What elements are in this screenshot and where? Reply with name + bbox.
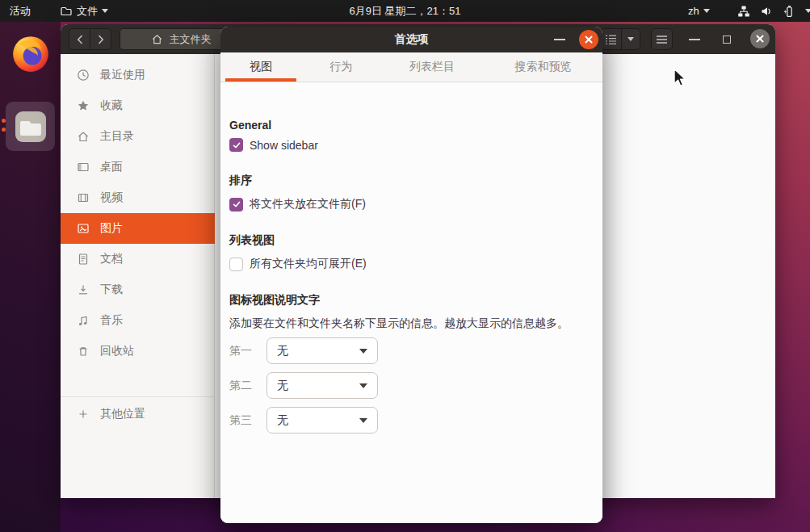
firefox-icon: [10, 34, 51, 74]
files-icon: [11, 107, 50, 146]
view-options-dropdown-button[interactable]: [621, 28, 640, 50]
window-maximize-button[interactable]: [719, 28, 735, 50]
sidebar-item-recent[interactable]: 最近使用: [61, 60, 215, 90]
home-icon: [151, 33, 163, 45]
sidebar-item-label: 文档: [100, 252, 123, 266]
list-view-icon: [606, 35, 616, 44]
hamburger-menu-button[interactable]: [651, 28, 673, 50]
dialog-tab-bar: 视图 行为 列表栏目 搜索和预览: [220, 52, 602, 82]
sidebar-item-home[interactable]: 主目录: [61, 121, 215, 152]
preferences-dialog: 首选项 视图 行为 列表栏目 搜索和预览 General Show sideba…: [220, 27, 602, 523]
battery-charging-icon: [783, 5, 795, 18]
caption-row-label: 第三: [229, 413, 257, 428]
window-indicator-dot: [2, 128, 6, 132]
tab-behavior[interactable]: 行为: [301, 52, 380, 82]
checkbox-label: 将文件夹放在文件前(F): [250, 197, 366, 212]
sidebar-item-pictures[interactable]: 图片: [61, 213, 215, 244]
caption-row-label: 第二: [229, 379, 257, 393]
sidebar-separator: [61, 396, 214, 397]
section-title-list-view: 列表视图: [229, 233, 275, 248]
sidebar-item-label: 图片: [100, 221, 123, 236]
dropdown-value: 无: [277, 413, 359, 428]
checkbox-row-folders-first[interactable]: 将文件夹放在文件前(F): [229, 197, 366, 212]
path-segment-label: 主文件夹: [170, 32, 212, 47]
dock-item-files[interactable]: [6, 102, 55, 151]
app-menu-label: 文件: [77, 4, 98, 19]
checkbox-row-expandable-folders[interactable]: 所有文件夹均可展开(E): [229, 257, 367, 271]
top-bar: 活动 文件 6月9日 星期二，21：51 zh: [0, 0, 810, 22]
mouse-cursor: [673, 68, 689, 92]
window-close-button[interactable]: [750, 29, 770, 48]
sidebar-item-music[interactable]: 音乐: [61, 305, 215, 336]
clock[interactable]: 6月9日 星期二，21：51: [350, 4, 461, 19]
volume-icon: [760, 5, 773, 18]
maximize-icon: [723, 36, 731, 44]
music-icon: [77, 314, 90, 327]
caption-row-second: 第二 无: [229, 372, 378, 399]
checkbox-label: Show sidebar: [250, 139, 318, 152]
caption-third-dropdown[interactable]: 无: [267, 407, 378, 434]
close-icon: [755, 34, 765, 44]
sidebar-item-desktop[interactable]: 桌面: [61, 152, 215, 182]
checkbox-checked-icon[interactable]: [229, 198, 243, 212]
icon-captions-description: 添加要在文件和文件夹名称下显示的信息。越放大显示的信息越多。: [229, 316, 569, 331]
sidebar-item-downloads[interactable]: 下载: [61, 274, 215, 305]
sidebar-item-other-locations[interactable]: 其他位置: [61, 399, 215, 429]
dock: [0, 22, 61, 532]
caption-first-dropdown[interactable]: 无: [267, 337, 378, 364]
dialog-minimize-button[interactable]: [554, 39, 565, 40]
star-icon: [77, 99, 90, 112]
sidebar-item-starred[interactable]: 收藏: [61, 90, 215, 121]
checkbox-row-show-sidebar[interactable]: Show sidebar: [229, 138, 318, 152]
back-button[interactable]: [69, 28, 90, 50]
plus-icon: [77, 408, 90, 421]
checkbox-unchecked-icon[interactable]: [229, 258, 243, 271]
keyboard-layout-label: zh: [688, 5, 699, 17]
videos-icon: [77, 191, 90, 204]
tab-list-columns[interactable]: 列表栏目: [380, 52, 484, 82]
caption-row-first: 第一 无: [229, 337, 378, 364]
tab-search-preview[interactable]: 搜索和预览: [484, 52, 602, 82]
window-minimize-button[interactable]: [686, 28, 703, 50]
hamburger-icon: [657, 36, 667, 44]
dialog-close-button[interactable]: [579, 30, 598, 49]
sidebar-item-label: 视频: [100, 191, 123, 205]
network-icon: [737, 5, 750, 18]
dialog-title: 首选项: [220, 27, 602, 52]
sidebar-item-label: 音乐: [100, 313, 123, 328]
home-icon: [77, 130, 90, 143]
checkbox-label: 所有文件夹均可展开(E): [250, 257, 367, 271]
pictures-icon: [77, 222, 90, 235]
caption-second-dropdown[interactable]: 无: [267, 372, 378, 399]
tab-views[interactable]: 视图: [220, 52, 301, 82]
dropdown-value: 无: [277, 379, 359, 393]
keyboard-layout-button[interactable]: zh: [688, 0, 710, 22]
checkbox-checked-icon[interactable]: [229, 138, 243, 152]
sidebar-item-videos[interactable]: 视频: [61, 182, 215, 213]
chevron-down-icon: [359, 383, 367, 388]
chevron-down-icon: [703, 9, 710, 13]
dialog-content: General Show sidebar 排序 将文件夹放在文件前(F) 列表视…: [220, 82, 602, 523]
sidebar-item-documents[interactable]: 文档: [61, 244, 215, 274]
view-mode-button[interactable]: [600, 28, 622, 50]
app-menu[interactable]: 文件: [60, 0, 108, 22]
forward-button[interactable]: [90, 28, 111, 50]
system-status-area[interactable]: [737, 0, 810, 22]
dialog-title-bar: 首选项: [220, 27, 602, 53]
sidebar-item-label: 最近使用: [100, 68, 145, 82]
sidebar: 最近使用 收藏 主目录 桌面 视频 图片 文档 下载: [61, 54, 215, 498]
chevron-down-icon: [102, 9, 108, 13]
section-title-general: General: [229, 119, 271, 132]
chevron-left-icon: [77, 35, 83, 44]
chevron-down-icon: [627, 37, 634, 41]
sidebar-item-trash[interactable]: 回收站: [61, 336, 215, 367]
activities-button[interactable]: 活动: [10, 0, 31, 22]
close-icon: [584, 35, 594, 44]
sidebar-item-label: 收藏: [100, 98, 123, 113]
chevron-down-icon: [359, 349, 367, 354]
sidebar-item-label: 主目录: [100, 129, 134, 144]
caption-row-third: 第三 无: [229, 407, 378, 434]
dock-item-firefox[interactable]: [6, 29, 55, 78]
tab-label: 行为: [329, 60, 352, 74]
tab-label: 搜索和预览: [515, 60, 572, 74]
